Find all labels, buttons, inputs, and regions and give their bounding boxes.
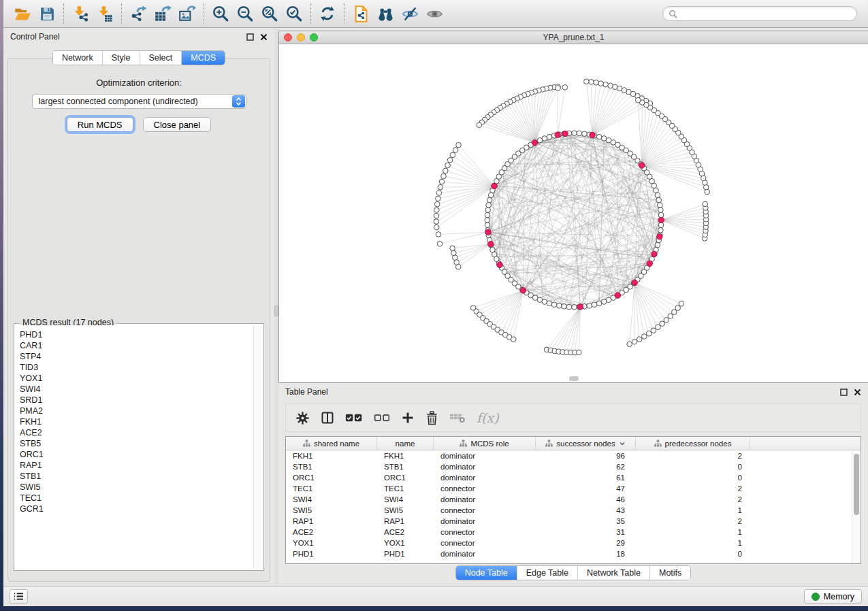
- tab-node-table[interactable]: Node Table: [456, 566, 517, 580]
- table-row[interactable]: SWI4SWI4dominator462: [286, 494, 861, 505]
- mcds-result-item[interactable]: CAR1: [20, 340, 253, 351]
- export-network-button[interactable]: [126, 2, 150, 25]
- criterion-dropdown[interactable]: largest connected component (undirected): [32, 94, 246, 109]
- mcds-result-item[interactable]: ORC1: [20, 449, 253, 460]
- zoom-out-button[interactable]: [233, 2, 257, 25]
- table-row[interactable]: ORC1ORC1dominator610: [286, 472, 861, 483]
- mcds-result-item[interactable]: STP4: [20, 351, 253, 362]
- zoom-in-button[interactable]: [208, 2, 233, 25]
- memory-button[interactable]: Memory: [804, 589, 862, 604]
- table-row[interactable]: TEC1TEC1connector472: [286, 483, 861, 494]
- mcds-result-item[interactable]: PHD1: [20, 329, 253, 340]
- open-file-button[interactable]: [10, 2, 35, 25]
- mcds-result-item[interactable]: YOX1: [20, 373, 253, 384]
- run-mcds-button[interactable]: Run MCDS: [67, 117, 133, 132]
- column-header-predecessor-nodes[interactable]: predecessor nodes: [636, 437, 750, 450]
- export-image-button[interactable]: [175, 2, 199, 25]
- window-maximize-button[interactable]: [310, 33, 318, 42]
- mcds-result-item[interactable]: TEC1: [20, 493, 253, 503]
- table-cell: 46: [536, 495, 636, 503]
- node-table[interactable]: shared namenameMCDS rolesuccessor nodesp…: [285, 436, 861, 564]
- close-table-panel-icon[interactable]: [854, 389, 861, 396]
- mcds-result-item[interactable]: TID3: [20, 362, 253, 373]
- search-field[interactable]: [662, 6, 857, 21]
- function-builder-button[interactable]: f(x): [477, 410, 499, 425]
- table-row[interactable]: SWI5SWI5connector431: [286, 505, 861, 516]
- zoom-fit-button[interactable]: [257, 2, 282, 25]
- mcds-result-item[interactable]: STB5: [20, 438, 253, 449]
- task-history-button[interactable]: [10, 589, 28, 604]
- table-tabs: Node TableEdge TableNetwork TableMotifs: [455, 565, 692, 580]
- hide-selected-button[interactable]: [398, 2, 422, 25]
- refresh-button[interactable]: [315, 2, 340, 25]
- select-all-rows-button[interactable]: [345, 412, 363, 423]
- column-header-name[interactable]: name: [377, 437, 434, 450]
- float-panel-icon[interactable]: [246, 33, 254, 41]
- control-panel-title: Control Panel: [10, 32, 60, 42]
- main-toolbar: [3, 0, 868, 28]
- column-header-successor-nodes[interactable]: successor nodes: [536, 437, 636, 450]
- export-table-button[interactable]: [150, 2, 175, 25]
- table-row[interactable]: PHD1PHD1dominator180: [286, 548, 861, 559]
- tab-motifs[interactable]: Motifs: [649, 566, 690, 580]
- show-all-button[interactable]: [422, 2, 447, 25]
- column-header-shared-name[interactable]: shared name: [286, 437, 377, 450]
- mcds-result-item[interactable]: STB1: [20, 471, 253, 482]
- close-panel-icon[interactable]: [260, 33, 268, 41]
- import-network-button[interactable]: [68, 2, 93, 25]
- table-cell: 2: [636, 495, 750, 503]
- delete-table-icon: [449, 412, 466, 424]
- table-panel-header: Table Panel: [278, 383, 868, 401]
- table-scrollbar[interactable]: [852, 451, 861, 563]
- table-cell: 2: [636, 484, 750, 493]
- tab-style[interactable]: Style: [102, 51, 140, 65]
- tab-select[interactable]: Select: [140, 51, 182, 65]
- table-row[interactable]: RAP1RAP1dominator352: [286, 516, 861, 527]
- tab-edge-table[interactable]: Edge Table: [517, 566, 577, 580]
- table-row[interactable]: FKH1FKH1dominator962: [286, 450, 861, 461]
- deselect-all-rows-button[interactable]: [374, 413, 390, 423]
- table-cell: dominator: [434, 495, 536, 503]
- mcds-result-item[interactable]: SRD1: [20, 395, 253, 406]
- tab-network[interactable]: Network: [53, 51, 102, 65]
- tab-network-table[interactable]: Network Table: [577, 566, 649, 580]
- search-input[interactable]: [681, 9, 851, 18]
- table-row[interactable]: YOX1YOX1connector291: [286, 538, 861, 548]
- tab-mcds[interactable]: MCDS: [181, 51, 225, 65]
- create-column-button[interactable]: [401, 411, 415, 425]
- save-session-button[interactable]: [35, 2, 59, 25]
- table-row[interactable]: ACE2ACE2connector311: [286, 527, 861, 538]
- window-close-button[interactable]: [284, 33, 292, 42]
- optimization-label: Optimization criterion:: [8, 78, 270, 88]
- share-document-button[interactable]: [349, 2, 373, 25]
- mcds-result-item[interactable]: ACE2: [20, 427, 253, 438]
- mcds-result-item[interactable]: SWI4: [20, 384, 253, 395]
- import-table-button[interactable]: [93, 2, 117, 25]
- column-header-mcds-role[interactable]: MCDS role: [434, 437, 536, 450]
- table-cell: FKH1: [377, 452, 434, 460]
- network-window-titlebar[interactable]: YPA_prune.txt_1: [279, 31, 868, 44]
- mcds-result-item[interactable]: FKH1: [20, 416, 253, 427]
- table-settings-button[interactable]: [295, 411, 310, 425]
- mcds-result-item[interactable]: SWI5: [20, 482, 253, 493]
- float-table-panel-icon[interactable]: [840, 389, 848, 396]
- mcds-result-item[interactable]: RAP1: [20, 460, 253, 471]
- table-row[interactable]: STB1STB1dominator620: [286, 461, 861, 472]
- delete-column-button[interactable]: [425, 411, 438, 425]
- binoculars-button[interactable]: [373, 2, 398, 25]
- zoom-selected-button[interactable]: [282, 2, 306, 25]
- mcds-list-scrollbar[interactable]: [253, 325, 262, 569]
- mcds-result-list[interactable]: PHD1CAR1STP4TID3YOX1SWI4SRD1PMA2FKH1ACE2…: [16, 325, 253, 569]
- delete-table-button[interactable]: [449, 412, 466, 424]
- mcds-result-item[interactable]: PMA2: [20, 406, 253, 416]
- network-scrollbar-thumb[interactable]: [569, 376, 579, 381]
- network-view[interactable]: [279, 44, 868, 382]
- table-scrollbar-thumb[interactable]: [854, 454, 859, 515]
- show-column-panel-button[interactable]: [321, 411, 334, 425]
- close-panel-button[interactable]: Close panel: [143, 117, 212, 132]
- sort-desc-icon: [619, 441, 626, 446]
- mcds-result-item[interactable]: GCR1: [20, 503, 253, 514]
- window-minimize-button[interactable]: [297, 33, 305, 42]
- refresh-icon: [319, 5, 336, 22]
- network-canvas[interactable]: [279, 44, 868, 382]
